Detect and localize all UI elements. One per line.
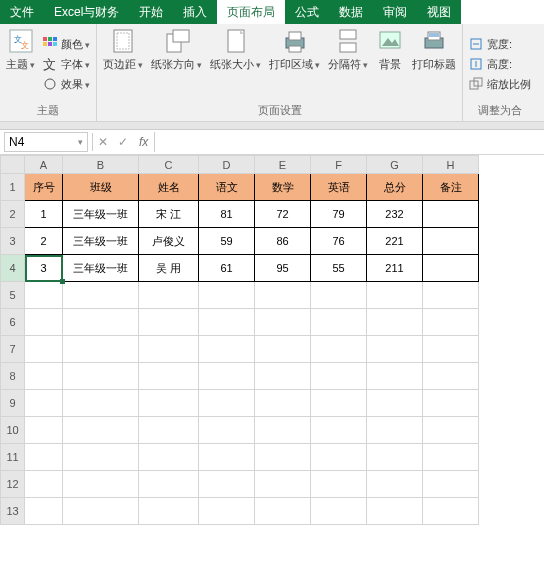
margins-button[interactable]: 页边距 (103, 27, 143, 101)
col-head-G[interactable]: G (367, 156, 423, 174)
row-head-10[interactable]: 10 (1, 417, 25, 444)
empty-cell[interactable] (423, 309, 479, 336)
empty-cell[interactable] (367, 390, 423, 417)
data-cell[interactable]: 232 (367, 201, 423, 228)
data-cell[interactable]: 卢俊义 (139, 228, 199, 255)
empty-cell[interactable] (139, 417, 199, 444)
empty-cell[interactable] (255, 282, 311, 309)
empty-cell[interactable] (25, 363, 63, 390)
data-cell[interactable]: 三年级一班 (63, 255, 139, 282)
menu-公式[interactable]: 公式 (285, 0, 329, 24)
col-head-H[interactable]: H (423, 156, 479, 174)
row-head-12[interactable]: 12 (1, 471, 25, 498)
colors-button[interactable]: 颜色 (43, 35, 90, 53)
empty-cell[interactable] (139, 498, 199, 525)
header-cell[interactable]: 总分 (367, 174, 423, 201)
menu-文件[interactable]: 文件 (0, 0, 44, 24)
empty-cell[interactable] (255, 471, 311, 498)
empty-cell[interactable] (311, 363, 367, 390)
empty-cell[interactable] (311, 282, 367, 309)
col-head-E[interactable]: E (255, 156, 311, 174)
scale-button[interactable]: 缩放比例 (469, 75, 531, 93)
empty-cell[interactable] (63, 390, 139, 417)
col-head-B[interactable]: B (63, 156, 139, 174)
fx-icon[interactable]: fx (133, 135, 154, 149)
empty-cell[interactable] (25, 390, 63, 417)
empty-cell[interactable] (311, 336, 367, 363)
menu-视图[interactable]: 视图 (417, 0, 461, 24)
col-head-F[interactable]: F (311, 156, 367, 174)
cancel-icon[interactable]: ✕ (93, 135, 113, 149)
data-cell[interactable]: 宋 江 (139, 201, 199, 228)
row-head-3[interactable]: 3 (1, 228, 25, 255)
col-head-C[interactable]: C (139, 156, 199, 174)
empty-cell[interactable] (367, 336, 423, 363)
data-cell[interactable]: 三年级一班 (63, 201, 139, 228)
col-head-D[interactable]: D (199, 156, 255, 174)
empty-cell[interactable] (367, 417, 423, 444)
row-head-2[interactable]: 2 (1, 201, 25, 228)
header-cell[interactable]: 班级 (63, 174, 139, 201)
empty-cell[interactable] (255, 498, 311, 525)
row-head-6[interactable]: 6 (1, 309, 25, 336)
empty-cell[interactable] (25, 444, 63, 471)
empty-cell[interactable] (423, 282, 479, 309)
empty-cell[interactable] (139, 309, 199, 336)
empty-cell[interactable] (139, 390, 199, 417)
height-button[interactable]: 高度: (469, 55, 531, 73)
empty-cell[interactable] (199, 336, 255, 363)
empty-cell[interactable] (311, 498, 367, 525)
data-cell[interactable]: 221 (367, 228, 423, 255)
empty-cell[interactable] (139, 471, 199, 498)
data-cell[interactable]: 三年级一班 (63, 228, 139, 255)
empty-cell[interactable] (199, 417, 255, 444)
empty-cell[interactable] (25, 309, 63, 336)
select-all-corner[interactable] (1, 156, 25, 174)
header-cell[interactable]: 姓名 (139, 174, 199, 201)
empty-cell[interactable] (63, 282, 139, 309)
empty-cell[interactable] (423, 444, 479, 471)
print-area-button[interactable]: 打印区域 (269, 27, 320, 101)
empty-cell[interactable] (423, 498, 479, 525)
empty-cell[interactable] (25, 471, 63, 498)
empty-cell[interactable] (367, 498, 423, 525)
row-head-1[interactable]: 1 (1, 174, 25, 201)
confirm-icon[interactable]: ✓ (113, 135, 133, 149)
effects-button[interactable]: 效果 (43, 75, 90, 93)
empty-cell[interactable] (139, 336, 199, 363)
empty-cell[interactable] (199, 498, 255, 525)
data-cell[interactable]: 2 (25, 228, 63, 255)
print-titles-button[interactable]: 打印标题 (412, 27, 456, 101)
empty-cell[interactable] (255, 444, 311, 471)
empty-cell[interactable] (25, 417, 63, 444)
empty-cell[interactable] (423, 417, 479, 444)
empty-cell[interactable] (199, 390, 255, 417)
formula-input[interactable] (154, 132, 544, 152)
header-cell[interactable]: 英语 (311, 174, 367, 201)
data-cell[interactable] (423, 255, 479, 282)
empty-cell[interactable] (25, 282, 63, 309)
data-cell[interactable]: 81 (199, 201, 255, 228)
empty-cell[interactable] (423, 471, 479, 498)
empty-cell[interactable] (255, 390, 311, 417)
empty-cell[interactable] (199, 471, 255, 498)
empty-cell[interactable] (367, 282, 423, 309)
empty-cell[interactable] (199, 282, 255, 309)
data-cell[interactable]: 59 (199, 228, 255, 255)
empty-cell[interactable] (311, 417, 367, 444)
breaks-button[interactable]: 分隔符 (328, 27, 368, 101)
empty-cell[interactable] (139, 444, 199, 471)
empty-cell[interactable] (311, 390, 367, 417)
empty-cell[interactable] (199, 444, 255, 471)
empty-cell[interactable] (367, 444, 423, 471)
menu-审阅[interactable]: 审阅 (373, 0, 417, 24)
empty-cell[interactable] (311, 309, 367, 336)
col-head-A[interactable]: A (25, 156, 63, 174)
empty-cell[interactable] (367, 471, 423, 498)
row-head-9[interactable]: 9 (1, 390, 25, 417)
data-cell[interactable]: 吴 用 (139, 255, 199, 282)
data-cell[interactable]: 72 (255, 201, 311, 228)
empty-cell[interactable] (367, 363, 423, 390)
data-cell[interactable]: 76 (311, 228, 367, 255)
size-button[interactable]: 纸张大小 (210, 27, 261, 101)
